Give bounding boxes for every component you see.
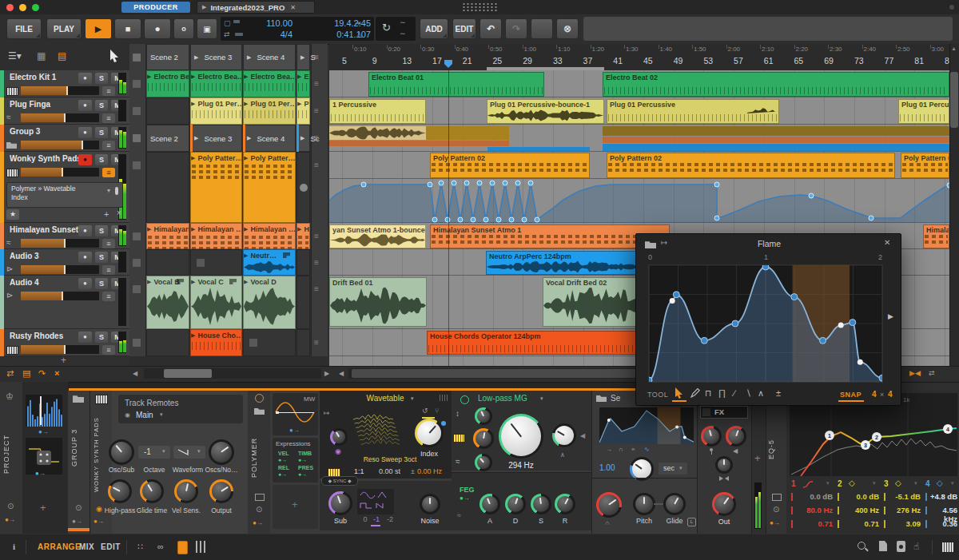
- duplicate-button[interactable]: [531, 18, 553, 39]
- track-menu-button[interactable]: ≡: [102, 292, 115, 301]
- view-tab-edit[interactable]: EDIT: [101, 542, 121, 551]
- track-solo-button[interactable]: S: [95, 332, 108, 343]
- eq-band-number[interactable]: 1: [791, 479, 799, 488]
- flame-time-value[interactable]: 1.00: [599, 463, 622, 472]
- project-histogram-thumb[interactable]: [26, 395, 62, 427]
- eq-band-hp-icon[interactable]: [802, 481, 814, 488]
- launcher-row-stop[interactable]: [133, 107, 141, 115]
- tool-pencil-icon[interactable]: [690, 388, 700, 398]
- transport-mode-icon-a[interactable]: ▢: [224, 19, 231, 27]
- remote-knob-high-pass[interactable]: [108, 479, 132, 503]
- eq-band-db-value[interactable]: -5.1 dB: [887, 492, 921, 502]
- tool-pointer-icon[interactable]: [674, 387, 684, 399]
- automation-write-button[interactable]: o: [173, 18, 194, 39]
- polymer-clock-icon[interactable]: ⊙: [256, 505, 262, 514]
- popup-play-arrow-icon[interactable]: ▶: [888, 312, 893, 320]
- track-solo-button[interactable]: S: [95, 127, 108, 138]
- feg-knob-a[interactable]: [480, 494, 500, 514]
- device-chooser-pin-icon[interactable]: [115, 187, 118, 195]
- filter-res-knob[interactable]: [552, 423, 576, 447]
- feg-knob-d[interactable]: [505, 494, 526, 514]
- undo-button[interactable]: ↶: [480, 18, 502, 39]
- wavetable-loop-icon[interactable]: ↺: [422, 407, 428, 415]
- eq-band-q-value[interactable]: 0.71: [841, 519, 879, 529]
- launcher-row-stop[interactable]: [133, 80, 141, 88]
- sub-octave-option-0[interactable]: 0: [360, 515, 371, 523]
- play-menu-button[interactable]: PLAY: [46, 18, 82, 39]
- scene-launch-button-scene-4[interactable]: ▶Scene 4: [243, 44, 296, 70]
- launcher-scroll-right-icon[interactable]: ▶: [324, 370, 329, 377]
- launcher-clip[interactable]: ▶Poly Patter…: [190, 152, 242, 223]
- track-record-arm-button[interactable]: ●: [78, 332, 92, 343]
- remote-knob-oscs[interactable]: [209, 439, 234, 465]
- clip-stop-button[interactable]: [197, 259, 205, 267]
- launcher-row-menu-icon[interactable]: ≡: [314, 106, 319, 115]
- track-record-arm-button[interactable]: ●: [78, 127, 92, 138]
- launcher-row-stop[interactable]: [133, 161, 141, 169]
- transport-stop-button[interactable]: ■: [114, 18, 141, 39]
- scene-launch-button-scene-3[interactable]: ▶Scene 3: [190, 44, 242, 70]
- link-icon[interactable]: ∞: [157, 542, 164, 551]
- track-menu-button[interactable]: ≡: [102, 113, 115, 123]
- track-menu-button[interactable]: ≡: [102, 168, 115, 177]
- snap-label[interactable]: SNAP: [840, 391, 862, 399]
- group-scene-button-1[interactable]: ▶Scene 3: [190, 125, 242, 152]
- auto-scroll-icon[interactable]: ↷: [38, 368, 46, 379]
- sub-octave-option--1[interactable]: -1: [371, 515, 382, 523]
- eq-band-q-value[interactable]: 0.71: [794, 519, 833, 529]
- launcher-scroll-left-icon[interactable]: ◀: [133, 370, 137, 377]
- clip-slot-empty[interactable]: [146, 97, 189, 125]
- eq-band-db-value[interactable]: 0.0 dB: [841, 492, 879, 502]
- flame-glide-knob[interactable]: [663, 493, 686, 515]
- launcher-header-menu-icon[interactable]: ≡: [314, 53, 319, 62]
- track-solo-button[interactable]: S: [95, 278, 108, 289]
- eq-band-q-value[interactable]: 0.36: [929, 519, 957, 529]
- scene-launch-button-s[interactable]: ▶S: [296, 44, 310, 70]
- track-record-arm-button[interactable]: ●: [78, 225, 92, 236]
- launcher-hscroll-thumb[interactable]: [164, 369, 212, 378]
- filter-title[interactable]: Low-pass MG: [478, 394, 539, 403]
- arranger-vscroll-thumb[interactable]: [950, 72, 958, 128]
- track-list-menu-icon[interactable]: ☰▾: [8, 50, 22, 62]
- popup-close-icon[interactable]: ✕: [884, 238, 890, 247]
- launcher-header-stop[interactable]: [133, 54, 141, 62]
- group-scene-button-0[interactable]: Scene 2: [146, 125, 189, 152]
- transport-record-button[interactable]: ●: [144, 18, 171, 39]
- wavetable-ratio-value[interactable]: 1:1: [354, 467, 370, 475]
- tool-ramp-down-icon[interactable]: ∖: [746, 388, 751, 399]
- track-record-arm-button[interactable]: ●: [78, 73, 92, 84]
- launcher-row-stop[interactable]: [133, 232, 141, 240]
- traffic-close-button[interactable]: [6, 4, 14, 11]
- remote-waveform-caret-icon[interactable]: ▾: [197, 448, 201, 455]
- filter-keytrack-knob[interactable]: [473, 428, 494, 449]
- timesig-value[interactable]: 4/4: [245, 30, 292, 39]
- project-tab[interactable]: ▶ Integrated2023_PRO ✕: [197, 1, 315, 14]
- launcher-row-menu-icon[interactable]: ≡: [314, 338, 319, 347]
- clip-slot-empty[interactable]: [146, 329, 189, 356]
- launcher-automation-icon[interactable]: ∼: [400, 30, 406, 38]
- pointer-tool-icon[interactable]: [109, 50, 120, 62]
- mixer-sliders-icon[interactable]: [196, 541, 206, 553]
- flame-curve-editor[interactable]: [648, 264, 883, 383]
- polymer-mapping-icon[interactable]: ●→: [253, 519, 263, 526]
- track-menu-button[interactable]: ≡: [102, 141, 115, 150]
- punch-in-icon[interactable]: ⇥: [355, 19, 361, 27]
- tool-square-icon[interactable]: ⊓: [705, 388, 712, 399]
- eq-band-caret-icon[interactable]: ▾: [826, 480, 830, 487]
- transport-shuffle-icon[interactable]: ⇄: [224, 30, 230, 38]
- flame-depth-knob[interactable]: [596, 492, 622, 518]
- launcher-row-menu-icon[interactable]: ≡: [314, 232, 319, 240]
- remotes-page-select[interactable]: Main: [136, 411, 168, 419]
- traffic-zoom-button[interactable]: [32, 4, 39, 11]
- flame-mode-icon-c[interactable]: »: [631, 446, 635, 453]
- eq-band-hz-value[interactable]: 80.0 Hz: [794, 506, 833, 515]
- scene-launch-button-scene-2[interactable]: Scene 2: [146, 44, 189, 70]
- clip-slot-empty[interactable]: [146, 152, 189, 223]
- launcher-clip[interactable]: ▶Poly Patter…: [243, 152, 296, 223]
- eq-band-number[interactable]: 2: [838, 479, 846, 488]
- tab-close-icon[interactable]: ✕: [290, 4, 296, 11]
- zoom-scroll-icon[interactable]: ⇄: [929, 369, 935, 377]
- zoom-fit-icon[interactable]: ▶◀: [909, 369, 921, 377]
- piano-icon[interactable]: [941, 542, 954, 553]
- clear-selection-icon[interactable]: ×: [54, 368, 59, 378]
